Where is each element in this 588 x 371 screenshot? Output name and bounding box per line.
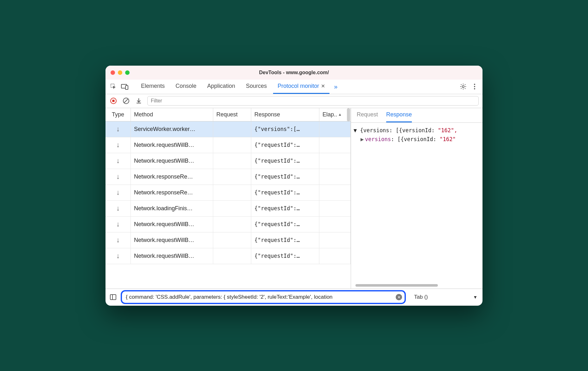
- command-input[interactable]: { command: 'CSS.addRule', parameters: { …: [126, 294, 396, 300]
- traffic-lights: [111, 70, 130, 75]
- window-title: DevTools - www.google.com/: [105, 70, 483, 75]
- main-split: Type Method Request Response Elap..▲ ↓Se…: [105, 108, 483, 289]
- settings-gear-icon[interactable]: [458, 82, 468, 91]
- maximize-window-button[interactable]: [125, 70, 130, 75]
- cell-response: {"requestId":…: [251, 201, 319, 216]
- tab-protocol-monitor[interactable]: Protocol monitor ✕: [273, 79, 329, 94]
- kebab-menu-icon[interactable]: [470, 82, 479, 91]
- table-row[interactable]: ↓Network.requestWillB…{"requestId":…: [105, 248, 351, 264]
- detail-tab-response[interactable]: Response: [386, 108, 412, 122]
- clear-button[interactable]: [122, 97, 130, 105]
- tab-label: Protocol monitor: [278, 83, 319, 89]
- cell-elapsed: [319, 169, 351, 185]
- message-table: Type Method Request Response Elap..▲ ↓Se…: [105, 108, 351, 289]
- cell-elapsed: [319, 121, 351, 137]
- col-header-method[interactable]: Method: [131, 108, 213, 121]
- tree-value: "162",: [438, 127, 457, 133]
- toggle-drawer-icon[interactable]: [109, 293, 118, 302]
- inspect-element-icon[interactable]: [109, 82, 118, 91]
- record-button[interactable]: [109, 97, 118, 105]
- tree-row[interactable]: ▼ {versions: [{versionId: "162",: [354, 126, 480, 135]
- arrow-down-icon: ↓: [116, 125, 120, 133]
- command-input-wrap: { command: 'CSS.addRule', parameters: { …: [121, 290, 406, 304]
- more-tabs-button[interactable]: »: [331, 83, 340, 90]
- scrollbar-thumb[interactable]: [347, 108, 350, 121]
- tree-text: : [{versionId:: [391, 136, 440, 142]
- cell-elapsed: [319, 248, 351, 264]
- save-download-icon[interactable]: [135, 97, 143, 105]
- svg-point-4: [474, 84, 475, 85]
- cell-type: ↓: [105, 169, 131, 185]
- device-toolbar-icon[interactable]: [120, 82, 130, 91]
- tab-application[interactable]: Application: [203, 79, 240, 94]
- cell-method: Network.requestWillB…: [131, 137, 213, 153]
- cell-elapsed: [319, 217, 351, 232]
- cell-type: ↓: [105, 248, 131, 264]
- table-row[interactable]: ↓Network.requestWillB…{"requestId":…: [105, 217, 351, 232]
- detail-panel: Request Response ▼ {versions: [{versionI…: [351, 108, 483, 289]
- close-tab-icon[interactable]: ✕: [321, 83, 325, 89]
- minimize-window-button[interactable]: [118, 70, 122, 75]
- table-row[interactable]: ↓Network.requestWillB…{"requestId":…: [105, 137, 351, 153]
- arrow-down-icon: ↓: [116, 141, 120, 149]
- tab-label: Application: [207, 83, 235, 89]
- col-header-elapsed[interactable]: Elap..▲: [319, 108, 351, 121]
- cell-type: ↓: [105, 201, 131, 216]
- detail-tab-label: Response: [386, 111, 412, 118]
- tab-elements[interactable]: Elements: [137, 79, 169, 94]
- tab-console[interactable]: Console: [171, 79, 201, 94]
- filter-input[interactable]: [147, 96, 479, 106]
- cell-request: [213, 153, 251, 169]
- table-row[interactable]: ↓Network.responseRe…{"requestId":…: [105, 169, 351, 185]
- close-window-button[interactable]: [111, 70, 115, 75]
- table-row[interactable]: ↓Network.loadingFinis…{"requestId":…: [105, 201, 351, 217]
- table-header: Type Method Request Response Elap..▲: [105, 108, 351, 121]
- detail-tabs: Request Response: [351, 108, 483, 123]
- cell-request: [213, 232, 251, 248]
- sort-ascending-icon: ▲: [338, 112, 342, 117]
- panel-tabs: Elements Console Application Sources Pro…: [105, 80, 483, 94]
- tab-label: Console: [176, 83, 196, 89]
- titlebar: DevTools - www.google.com/: [105, 66, 483, 80]
- clear-input-icon[interactable]: ✕: [396, 294, 402, 300]
- horizontal-scrollbar[interactable]: [355, 284, 438, 287]
- cell-request: [213, 248, 251, 264]
- cell-elapsed: [319, 232, 351, 248]
- cell-type: ↓: [105, 153, 131, 169]
- detail-tab-label: Request: [357, 111, 378, 118]
- chevron-right-icon[interactable]: ▶: [361, 135, 365, 144]
- cell-request: [213, 201, 251, 216]
- cell-method: Network.requestWillB…: [131, 217, 213, 232]
- drawer-tab-label[interactable]: Tab (): [414, 294, 428, 300]
- cell-response: {"requestId":…: [251, 185, 319, 200]
- tab-sources[interactable]: Sources: [241, 79, 271, 94]
- cell-response: {"versions":[…: [251, 121, 319, 137]
- cell-response: {"requestId":…: [251, 153, 319, 169]
- cell-request: [213, 185, 251, 200]
- detail-tab-request[interactable]: Request: [357, 108, 378, 122]
- tree-row[interactable]: ▶ versions: [{versionId: "162": [354, 135, 480, 144]
- cell-request: [213, 137, 251, 153]
- table-body: ↓ServiceWorker.worker…{"versions":[…↓Net…: [105, 121, 351, 289]
- svg-point-5: [474, 86, 475, 87]
- table-row[interactable]: ↓ServiceWorker.worker…{"versions":[…: [105, 121, 351, 137]
- devtools-window: DevTools - www.google.com/ Elements Cons…: [105, 66, 483, 306]
- tab-label: Sources: [246, 83, 267, 89]
- svg-rect-11: [110, 295, 116, 300]
- col-header-request[interactable]: Request: [213, 108, 251, 121]
- cell-elapsed: [319, 185, 351, 200]
- tree-value: "162": [439, 136, 456, 142]
- table-row[interactable]: ↓Network.requestWillB…{"requestId":…: [105, 153, 351, 169]
- table-row[interactable]: ↓Network.requestWillB…{"requestId":…: [105, 232, 351, 248]
- arrow-down-icon: ↓: [116, 172, 120, 181]
- arrow-down-icon: ↓: [116, 204, 120, 212]
- cell-type: ↓: [105, 137, 131, 153]
- col-header-type[interactable]: Type: [105, 108, 131, 121]
- cell-method: Network.responseRe…: [131, 185, 213, 200]
- table-row[interactable]: ↓Network.responseRe…{"requestId":…: [105, 185, 351, 201]
- cell-response: {"requestId":…: [251, 169, 319, 185]
- chevron-down-icon[interactable]: ▼: [473, 295, 477, 300]
- col-header-response[interactable]: Response: [251, 108, 319, 121]
- svg-line-10: [124, 99, 128, 103]
- arrow-down-icon: ↓: [116, 188, 120, 197]
